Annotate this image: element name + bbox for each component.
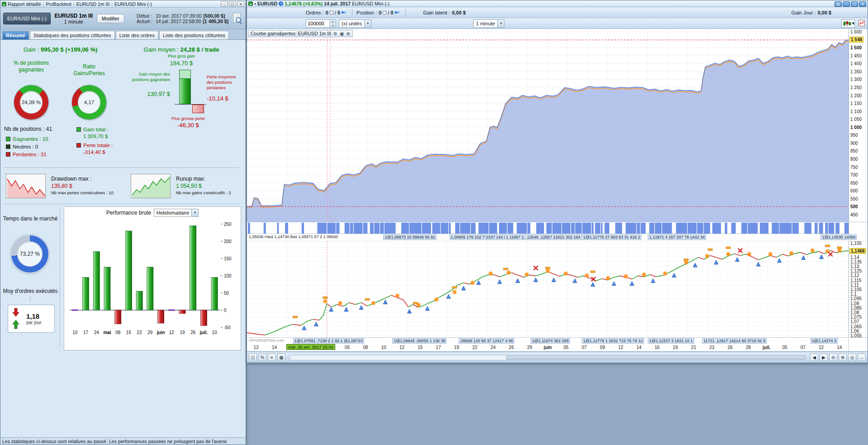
tab-2[interactable]: Liste des ordres <box>116 31 158 39</box>
equity-axis-label: 900 <box>850 141 858 146</box>
maximize-button[interactable]: ▢ <box>851 1 858 7</box>
wrench-icon[interactable]: ⚙ <box>333 31 337 36</box>
timeframe-select[interactable]: 1 minute ▾ <box>473 19 504 28</box>
trade-chip: 1@1,14374 3 <box>811 338 838 344</box>
time-axis-label: 23 <box>709 345 714 350</box>
equity-axis-label: 650 <box>850 181 858 186</box>
performance-period-select[interactable]: Hebdomadaire ▾ <box>154 209 199 217</box>
report-zoom-icon[interactable] <box>232 13 243 24</box>
horizontal-scrollbar[interactable] <box>289 355 806 360</box>
time-axis-label: 17 <box>436 345 441 350</box>
winrate-title: % de positions gagnantes <box>12 60 51 73</box>
legend-swatch <box>6 144 10 149</box>
chart-titlebar[interactable]: ▾ EURUSD i 1,14676 (+0,63%) 14 juil. 201… <box>247 0 868 7</box>
quantity-stepper[interactable]: ▴ ▾ <box>306 19 336 28</box>
price-plot[interactable] <box>247 241 849 338</box>
chart-bottom-toolbar: ◫ % ≡ ▦ ◀ ▶ ⊖ ⊕ ◎ ↔ <box>247 352 868 363</box>
time-axis-label: 19 <box>454 345 459 350</box>
equity-axis-label: 500 <box>850 204 858 209</box>
left-window-controls: –▢✕ <box>220 1 244 7</box>
fit-icon[interactable]: ↔ <box>858 354 866 361</box>
zoom-out-icon[interactable]: ⊖ <box>829 354 837 361</box>
gain-latent-label: Gain latent : <box>423 10 450 15</box>
positions-count: Nb de positions : 41 <box>4 126 52 132</box>
avg-orders-unit: par jour <box>26 320 42 325</box>
svg-text:12: 12 <box>169 330 175 335</box>
chevron-down-icon[interactable]: ▾ <box>852 20 854 26</box>
equity-chart-region[interactable]: Courbe gains&pertes: EURUSD 1m III ⚙ ▣ ⊗… <box>247 29 868 222</box>
instrument-button[interactable]: EUR/USD Mini (-) <box>3 13 51 24</box>
modify-button[interactable]: Modifier <box>97 14 124 23</box>
winrate-donut-hole: 24,39 % <box>20 91 43 114</box>
timeframe-select-value: 1 minute <box>474 21 497 26</box>
units-select-value: (x) unités <box>339 21 364 26</box>
order-list-icon[interactable]: ≡ <box>268 354 276 361</box>
divider <box>4 204 239 204</box>
display-settings-icon[interactable]: ◫ <box>249 354 257 361</box>
avg-orders-title: Moy d'ordres exécutés : <box>2 288 58 302</box>
divider <box>4 167 239 168</box>
tab-1[interactable]: Statistiques des positions clôturées <box>30 31 115 39</box>
info-icon[interactable]: i <box>279 1 283 6</box>
instrument-dropdown-icon[interactable]: ▾ <box>254 2 256 6</box>
avg-gain-headline: Gain moyen : 24,28 $ / trade <box>123 46 240 53</box>
zoom-in-icon[interactable]: ⊕ <box>839 354 847 361</box>
close-button[interactable]: ✕ <box>237 1 244 7</box>
equity-panel-header[interactable]: Courbe gains&pertes: EURUSD 1m III ⚙ ▣ ⊗ <box>248 30 353 37</box>
maximize-button[interactable]: ▢ <box>229 1 236 7</box>
time-axis-label: 14 <box>636 345 641 350</box>
quantity-input[interactable] <box>306 20 330 27</box>
position-flat-icon <box>383 11 386 14</box>
svg-text:mai: mai <box>103 330 111 335</box>
tab-3[interactable]: Liste des positions clôturées <box>159 31 229 39</box>
minimize-button[interactable]: – <box>221 1 228 7</box>
position-label: Position : <box>356 10 377 15</box>
equity-axis-label: 600 <box>850 188 858 193</box>
panel-grid-button[interactable]: ▤ <box>835 1 842 7</box>
position-pending-icon <box>395 11 400 14</box>
report-window: Rapport détaillé|ProBacktest|EURUSD 1m I… <box>0 0 246 445</box>
separator <box>352 9 352 16</box>
time-axis-label: 29 <box>527 345 532 350</box>
grid-icon[interactable]: ▦ <box>277 354 285 361</box>
price-chart-region[interactable]: 1,1551,141,1351,131,1251,121,1151,111,10… <box>247 241 868 338</box>
tab-0[interactable]: Résumé <box>2 31 29 39</box>
magnifier-icon[interactable]: ◎ <box>848 354 856 361</box>
price-axis: 1,1551,141,1351,131,1251,121,1151,111,10… <box>849 241 868 337</box>
chart-type-button[interactable]: ▾ <box>841 19 855 28</box>
detach-icon[interactable]: ▣ <box>340 31 344 36</box>
biggest-gain-value: 184,70 $ <box>157 60 206 67</box>
minimize-button[interactable]: – <box>843 1 850 7</box>
scroll-right-icon[interactable]: ▶ <box>820 354 828 361</box>
chevron-down-icon[interactable]: ▾ <box>364 20 371 27</box>
scrollbar-thumb[interactable] <box>506 356 805 359</box>
indicator-icon[interactable] <box>859 20 865 27</box>
trade-chip: 1,09905 178 102 7 2337 144 i 1 11867 1 6… <box>450 234 533 240</box>
gain-value: 995,30 $ (+199,06 %) <box>41 46 97 53</box>
legend-item: Gagnantes : 10 <box>6 135 48 143</box>
candlestick-icon <box>843 20 852 27</box>
avg-gain-value: 24,28 $ / trade <box>180 46 219 53</box>
percent-scale-icon[interactable]: % <box>258 354 266 361</box>
close-button[interactable]: ✕ <box>859 1 866 7</box>
units-select[interactable]: (x) unités ▾ <box>339 19 371 28</box>
start-amount: [500,00 $] <box>204 13 225 19</box>
chevron-down-icon[interactable]: ▾ <box>191 209 198 216</box>
close-icon[interactable]: ⊗ <box>346 31 350 36</box>
totals-block: Gain total : 1 309,70 $ Perte totale : -… <box>76 127 113 155</box>
time-axis-label: 12 <box>399 345 404 350</box>
title-separator: | <box>73 1 75 7</box>
legend-item: Neutres : 0 <box>6 143 48 150</box>
instrument-name: EUR/USD Mini (-) <box>352 1 389 6</box>
spin-down-icon[interactable]: ▾ <box>330 24 336 27</box>
gain-latent-value: 0,00 $ <box>452 10 466 15</box>
equity-plot[interactable]: Courbe gains&pertes: EURUSD 1m III ⚙ ▣ ⊗ <box>247 29 849 222</box>
chevron-down-icon[interactable]: ▾ <box>497 20 504 27</box>
report-statusbar: Les statistiques ci-dessus sont relative… <box>0 437 246 445</box>
equity-axis-label: 700 <box>850 172 858 177</box>
report-summary: Gain : 995,30 $ (+199,06 %) Gain moyen :… <box>0 40 246 437</box>
report-tabs: RésuméStatistiques des positions clôturé… <box>0 29 246 40</box>
scroll-left-icon[interactable]: ◀ <box>810 354 818 361</box>
report-titlebar[interactable]: Rapport détaillé|ProBacktest|EURUSD 1m I… <box>0 0 246 8</box>
spin-up-icon[interactable]: ▴ <box>330 20 336 24</box>
